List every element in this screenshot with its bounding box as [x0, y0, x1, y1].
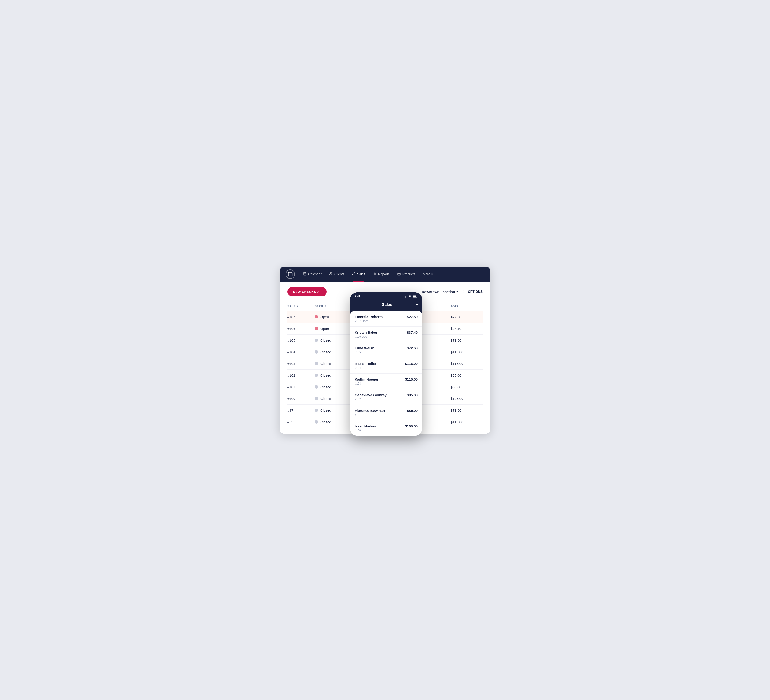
status-dot — [315, 385, 318, 388]
reports-icon — [373, 272, 377, 276]
mobile-title: Sales — [382, 302, 392, 307]
status-dot — [315, 362, 318, 365]
sale-total: $115.00 — [451, 358, 482, 369]
sale-number: #100 — [288, 393, 315, 404]
mobile-add-icon[interactable]: + — [416, 302, 419, 308]
battery-icon — [412, 295, 418, 298]
mobile-sale-meta: #104 — [355, 366, 376, 370]
sale-total: $85.00 — [451, 381, 482, 393]
mobile-amount: $115.00 — [405, 362, 418, 365]
mobile-list-item[interactable]: Isabell Heller #104 $115.00 — [350, 358, 422, 373]
options-button[interactable]: OPTIONS — [463, 289, 482, 294]
location-selector[interactable]: Downtown Location ▾ — [422, 290, 458, 294]
location-chevron-icon: ▾ — [456, 290, 458, 293]
nav-item-calendar[interactable]: Calendar — [299, 270, 325, 278]
calendar-icon — [303, 272, 307, 276]
mobile-sale-meta: #101 — [355, 413, 385, 417]
new-checkout-button[interactable]: NEW CHECKOUT — [288, 287, 327, 296]
sale-total: $37.40 — [451, 323, 482, 335]
mobile-sale-meta: #106 Open — [355, 335, 377, 338]
sale-number: #105 — [288, 335, 315, 346]
top-right: Downtown Location ▾ OPTIONS — [422, 289, 483, 294]
nav-item-sales[interactable]: Sales — [349, 270, 369, 278]
mobile-amount: $105.00 — [405, 424, 418, 428]
mobile-time: 9:41 — [355, 295, 360, 298]
mobile-status-bar: 9:41 — [350, 293, 422, 299]
sale-total: $72.60 — [451, 404, 482, 416]
mobile-overlay: 9:41 — [350, 293, 422, 436]
nav-item-products[interactable]: Products — [394, 270, 419, 278]
status-dot — [315, 327, 318, 330]
sale-number: #103 — [288, 358, 315, 369]
clients-icon — [329, 272, 333, 276]
sale-number: #97 — [288, 404, 315, 416]
mobile-sale-meta: #103 — [355, 382, 379, 385]
location-label: Downtown Location — [422, 290, 455, 294]
nav-item-more[interactable]: More ▾ — [419, 270, 436, 278]
mobile-sale-meta: #105 — [355, 351, 374, 354]
status-dot — [315, 315, 318, 318]
mobile-amount: $85.00 — [407, 393, 418, 397]
signal-icon — [404, 295, 408, 298]
svg-rect-18 — [404, 297, 404, 298]
svg-rect-3 — [303, 272, 306, 275]
chevron-down-icon: ▾ — [431, 272, 433, 276]
mobile-sale-meta: #102 — [355, 398, 387, 401]
mobile-client-name: Issac Hudson — [355, 424, 377, 428]
svg-point-7 — [330, 272, 331, 273]
sales-icon — [352, 272, 356, 276]
mobile-item-info: Genevieve Godfrey #102 — [355, 393, 387, 401]
mobile-list-item[interactable]: Edna Walsh #105 $72.60 — [350, 342, 422, 358]
svg-point-8 — [331, 272, 332, 273]
mobile-amount: $37.40 — [407, 330, 418, 335]
mobile-list-item[interactable]: Genevieve Godfrey #102 $85.00 — [350, 389, 422, 405]
mobile-filter-icon[interactable] — [354, 302, 358, 307]
sale-total: $72.60 — [451, 335, 482, 346]
mobile-item-info: Kristen Baker #106 Open — [355, 330, 377, 338]
mobile-client-name: Edna Walsh — [355, 346, 374, 350]
mobile-amount: $27.50 — [407, 315, 418, 319]
status-dot — [315, 350, 318, 354]
nav-item-clients[interactable]: Clients — [326, 270, 348, 278]
nav-item-reports[interactable]: Reports — [370, 270, 393, 278]
sale-total: $115.00 — [451, 416, 482, 428]
mobile-client-name: Genevieve Godfrey — [355, 393, 387, 397]
mobile-item-info: Florence Bowman #101 — [355, 409, 385, 417]
mobile-sale-meta: #107 Open — [355, 319, 383, 323]
mobile-content: Emerald Roberts #107 Open $27.50 Kristen… — [350, 311, 422, 436]
col-header-total: TOTAL — [451, 303, 482, 311]
mobile-client-name: Florence Bowman — [355, 409, 385, 412]
products-icon — [397, 272, 401, 276]
nav-bar: Calendar Clients Sales Reports Products — [280, 267, 490, 281]
mobile-amount: $72.60 — [407, 346, 418, 350]
sale-number: #101 — [288, 381, 315, 393]
mobile-client-name: Kristen Baker — [355, 330, 377, 335]
mobile-item-info: Issac Hudson #100 — [355, 424, 377, 432]
mobile-list-item[interactable]: Florence Bowman #101 $85.00 — [350, 405, 422, 420]
sale-number: #106 — [288, 323, 315, 335]
status-dot — [315, 397, 318, 400]
mobile-list-item[interactable]: Emerald Roberts #107 Open $27.50 — [350, 311, 422, 327]
options-icon — [463, 289, 466, 294]
sale-number: #107 — [288, 311, 315, 323]
options-label: OPTIONS — [468, 290, 482, 294]
svg-point-17 — [463, 292, 463, 293]
mobile-sale-meta: #100 — [355, 429, 377, 432]
status-dot — [315, 420, 318, 424]
col-header-sale: SALE # — [288, 303, 315, 311]
status-dot — [315, 409, 318, 412]
status-dot — [315, 339, 318, 342]
mobile-nav-bar: Sales + — [350, 299, 422, 311]
svg-point-16 — [463, 290, 463, 291]
sale-number: #102 — [288, 369, 315, 381]
mobile-list-item[interactable]: Kaitlin Hoeger #103 $115.00 — [350, 373, 422, 389]
nav-logo[interactable] — [286, 270, 295, 279]
svg-rect-23 — [413, 296, 416, 297]
mobile-list-item[interactable]: Kristen Baker #106 Open $37.40 — [350, 327, 422, 342]
mobile-list-item[interactable]: Issac Hudson #100 $105.00 — [350, 420, 422, 436]
sale-total: $85.00 — [451, 369, 482, 381]
mobile-item-info: Isabell Heller #104 — [355, 362, 376, 370]
status-icons — [404, 295, 418, 298]
svg-rect-20 — [406, 296, 406, 298]
mobile-client-name: Kaitlin Hoeger — [355, 377, 379, 381]
